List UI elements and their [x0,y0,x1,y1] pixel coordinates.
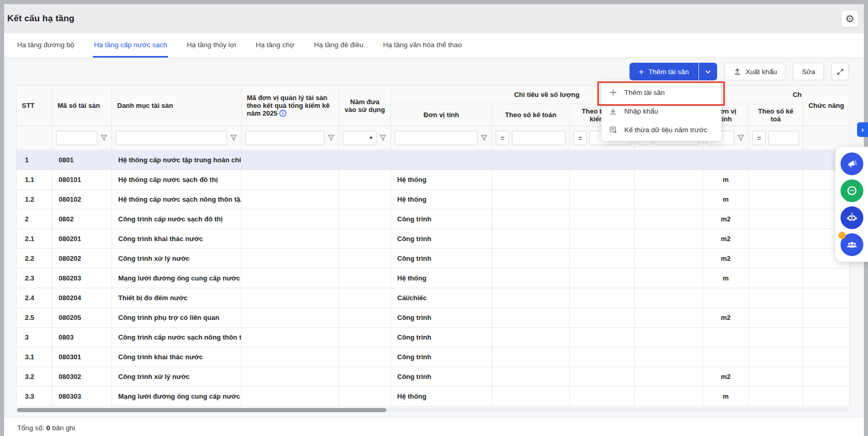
team-widget-button[interactable] [841,233,863,256]
edit-label: Sửa [802,68,815,76]
filter-funnel-icon[interactable] [480,134,488,142]
cell-ma_so_tai_san: 0801 [52,150,112,170]
tab-6[interactable]: Hạ tầng văn hóa thể thao [382,33,463,58]
filter-operator-theo_so_ke_toan_2[interactable]: = [752,131,766,145]
megaphone-widget-button[interactable] [841,152,863,175]
filter-input-danh_muc_tai_san[interactable] [116,131,227,145]
add-asset-button[interactable]: + Thêm tài sản [629,63,698,80]
cell-theo_so_ke_toan_2 [749,347,803,367]
cell-chuc_nang [803,328,850,347]
cell-chuc_nang [803,269,850,288]
cell-ma_so_tai_san: 080102 [52,190,112,209]
cell-danh_muc_tai_san: Công trình cấp nước sạch nông thôn t... [112,328,242,347]
table-row[interactable]: 30803Công trình cấp nước sạch nông thôn … [17,328,850,347]
cell-don_vi_tinh_2: m [703,269,749,288]
cell-don_vi_tinh_2 [703,288,749,308]
filter-funnel-icon[interactable] [379,134,387,142]
column-header-nam_dua_vao_su_dung: Năm đưa vào sử dụng [339,86,391,126]
tab-5[interactable]: Hạ tầng đê điều [313,33,365,58]
menu-item-1[interactable]: Thêm tài sản [601,83,721,102]
cell-nam_dua_vao_su_dung [339,328,391,347]
filter-select-nam_dua_vao_su_dung[interactable]: ▾ [343,131,376,145]
cell-cot_bi_che [635,150,703,170]
table-row[interactable]: 10801Hệ thống cấp nước tập trung hoàn ch… [17,150,850,170]
filter-operator-theo_so_ke_toan[interactable]: = [496,131,509,145]
menu-item-label: Nhập khẩu [624,107,658,115]
cell-theo_so_ke_toan_2 [749,328,803,347]
menu-item-2[interactable]: Nhập khẩu [601,102,721,120]
notification-badge [838,232,846,239]
cell-stt: 2.2 [17,249,52,269]
scrollbar-thumb[interactable] [17,408,386,412]
cell-chuc_nang [803,308,850,328]
filter-funnel-icon[interactable] [230,134,237,142]
add-asset-caret-button[interactable] [698,63,717,80]
edit-button[interactable]: Sửa [793,63,824,80]
tab-3[interactable]: Hạ tầng thủy lợi [186,33,237,58]
cell-ma_don_vi_quan_ly [242,170,339,190]
filter-funnel-icon[interactable] [327,134,335,142]
cell-don_vi_tinh_2 [703,328,749,347]
filter-input-theo_so_ke_toan[interactable] [512,131,565,145]
cell-cot_bi_che [635,249,703,269]
cell-theo_so_ke_toan_2 [749,308,803,328]
expand-button[interactable] [831,63,849,80]
cell-stt: 3.1 [17,347,52,367]
cell-ma_don_vi_quan_ly [242,269,339,288]
filter-operator-theo_thuc_te_kiem_ke[interactable]: = [573,131,587,145]
table-row[interactable]: 2.1080201Công trình khai thác nướcCông t… [17,229,850,249]
cell-theo_so_ke_toan [492,308,570,328]
table-row[interactable]: 20802Công trình cấp nước sạch đô thịCông… [17,209,850,229]
chevron-right-icon: › [861,125,864,134]
cell-theo_so_ke_toan_2 [749,150,803,170]
widget-expand-button[interactable]: › [857,122,868,137]
tab-2[interactable]: Hạ tầng cấp nước sạch [93,33,168,58]
filter-input-don_vi_tinh[interactable] [395,131,477,145]
cell-theo_so_ke_toan_2 [749,288,803,308]
cell-stt: 3.3 [17,387,52,406]
filter-input-ma_don_vi_quan_ly[interactable] [246,131,324,145]
tab-4[interactable]: Hạ tầng chợ [255,33,295,58]
cell-danh_muc_tai_san: Công trình phụ trợ có liên quan [112,308,242,328]
cell-don_vi_tinh: Công trình [391,249,492,269]
cell-ma_so_tai_san: 080202 [52,249,112,269]
info-icon[interactable] [279,109,287,117]
cell-ma_so_tai_san: 080203 [52,269,112,288]
table-row[interactable]: 1.2080102Hệ thống cấp nước sạch nông thô… [17,190,850,209]
filter-cell-stt [17,126,52,150]
filter-input-ma_so_tai_san[interactable] [57,131,97,145]
table-row[interactable]: 1.1080101Hệ thống cấp nước sạch đô thịHệ… [17,170,850,190]
chat-widget-button[interactable] [841,179,863,202]
column-header-ma_don_vi_quan_ly: Mã đơn vị quản lý tài sản theo kết quả t… [242,86,339,126]
total-label: Tổng số: [17,424,45,432]
table-row[interactable]: 2.4080204Thiết bị đo đếm nướcCái/chiếc [17,288,850,308]
table-row[interactable]: 3.2080302Công trình xử lý nướcCông trình… [17,367,850,387]
app-window: Kết cấu hạ tầng ⚙ Hạ tầng đường bộHạ tần… [0,0,868,436]
filter-funnel-icon[interactable] [737,134,745,142]
cell-theo_so_ke_toan_2 [749,229,803,249]
cell-don_vi_tinh_2: m [703,190,749,209]
cell-cot_bi_che [635,328,703,347]
bot-widget-button[interactable] [841,206,863,229]
table-row[interactable]: 2.5080205Công trình phụ trợ có liên quan… [17,308,850,328]
add-asset-label: Thêm tài sản [649,68,689,76]
filter-input-theo_so_ke_toan_2[interactable] [769,131,799,145]
cell-don_vi_tinh_2: m2 [703,249,749,269]
cell-don_vi_tinh: Hệ thống [391,190,492,209]
cell-theo_so_ke_toan [492,150,570,170]
cell-nam_dua_vao_su_dung [339,387,391,406]
menu-item-3[interactable]: Kế thừa dữ liệu năm trước [601,120,721,139]
tab-1[interactable]: Hạ tầng đường bộ [16,33,75,58]
filter-funnel-icon[interactable] [100,134,108,142]
filter-cell-ma_so_tai_san [52,126,112,150]
cell-theo_so_ke_toan_2 [749,387,803,406]
table-row[interactable]: 3.1080301Công trình khai thác nướcCông t… [17,347,850,367]
horizontal-scrollbar[interactable] [16,408,849,412]
table-row[interactable]: 3.3080303Mạng lưới đường ống cung cấp nư… [17,387,850,406]
settings-button[interactable]: ⚙ [841,10,859,27]
export-button[interactable]: Xuất khẩu [724,63,786,80]
total-unit: bản ghi [52,424,75,432]
table-row[interactable]: 2.2080202Công trình xử lý nướcCông trình… [17,249,850,269]
filter-cell-ma_don_vi_quan_ly [242,126,339,150]
table-row[interactable]: 2.3080203Mạng lưới đường ống cung cấp nư… [17,269,850,288]
